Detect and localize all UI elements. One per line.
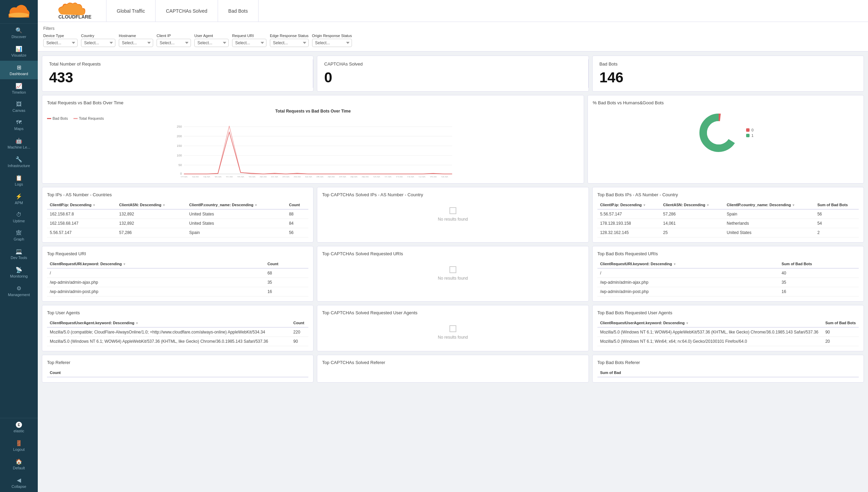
sidebar-item-canvas[interactable]: 🖼 Canvas [0,98,38,116]
filter-request-uri-select[interactable]: Select... [232,39,266,47]
sidebar-item-uptime[interactable]: ⏱ Uptime [0,208,38,226]
donut-legend: 0 1 [746,128,754,138]
top-ips-col-ip: ClientIP.ip: Descending ▼ [47,201,116,209]
top-referer-row: Top Referer Count Top CAPTCHAs Solved Re… [42,355,864,383]
table-cell: Mozilla/5.0 (Windows NT 6.1; WOW64) Appl… [597,327,823,337]
sidebar-item-discover[interactable]: 🔍 Discover [0,24,38,42]
tab-global-traffic[interactable]: Global Traffic [106,0,156,22]
table-cell: 132,892 [116,219,186,228]
filter-client-ip-select[interactable]: Select... [157,39,191,47]
top-bad-uris-col-uri: ClientRequestURI.keyword: Descending ▼ [597,260,779,268]
sidebar-item-monitoring[interactable]: 📡 Monitoring [0,263,38,282]
svg-text:03:00: 03:00 [294,176,301,177]
svg-text:04:00: 04:00 [305,176,312,177]
svg-text:17:00: 17:00 [181,176,188,177]
sidebar: CLOUDFLARE 🔍 Discover 📊 Visualize ⊞ Dash… [0,0,38,492]
svg-text:250: 250 [177,125,182,128]
table-row: Mozilla/5.0 (Windows NT 6.1; WOW64) Appl… [597,327,859,337]
top-bad-uris-title: Top Bad Bots Requested URIs [597,251,859,256]
table-cell: 16 [779,287,859,296]
sidebar-item-dashboard[interactable]: ⊞ Dashboard [0,61,38,79]
svg-text:50: 50 [179,163,182,167]
svg-text:150: 150 [177,144,182,148]
filter-hostname-select[interactable]: Select... [119,39,153,47]
top-agents-col-count: Count [290,319,308,327]
filters-label: Filters [43,26,863,31]
svg-text:02:00: 02:00 [283,176,290,177]
top-bad-referer-col-count: Sum of Bad [597,368,859,377]
table-cell: 220 [290,327,308,337]
table-row: /40 [597,268,859,278]
top-bad-agents-col-count: Sum of Bad Bots [823,319,859,327]
tab-bad-bots[interactable]: Bad Bots [218,0,259,22]
sidebar-item-maps[interactable]: 🗺 Maps [0,116,38,134]
table-cell: 128.32.162.145 [597,228,661,237]
filter-device-type-label: Device Type [43,34,78,38]
sidebar-item-default[interactable]: 🏠 Default [0,455,38,473]
table-row: 162.158.68.147132,892United States84 [47,219,308,228]
table-row: 128.32.162.14525United States2 [597,228,859,237]
chart-card-donut: % Bad Bots vs Humans&Good Bots [587,95,864,184]
filter-device-type-select[interactable]: Select... [43,39,78,47]
svg-text:05:00: 05:00 [317,176,324,177]
top-captcha-ips-card: Top CAPTCHAs Solved IPs - AS Number - Co… [317,187,589,243]
top-ips-card: Top IPs - AS Number - Countries ClientIP… [42,187,313,243]
bad-bot-ips-col-ip: ClientIP.ip: Descending ▼ [597,201,661,209]
stat-value-total-requests: 433 [49,69,306,86]
sidebar-item-logs[interactable]: 📋 Logs [0,171,38,190]
top-bad-bot-ips-title: Top Bad Bots IPs - AS Number - Country [597,192,859,197]
sidebar-item-machine-learning[interactable]: 🤖 Machine Le... [0,134,38,153]
main-content: CLOUDFLARE Global Traffic CAPTCHAs Solve… [38,0,868,492]
sidebar-item-elastic[interactable]: E elastic [0,418,38,436]
legend-dot-1 [746,134,750,137]
sidebar-item-infrastructure[interactable]: 🔧 Infrastructure [0,153,38,171]
top-captcha-ips-title: Top CAPTCHAs Solved IPs - AS Number - Co… [322,192,583,197]
top-bad-referer-title: Top Bad Bots Referer [597,360,859,365]
chart-row: Total Requests vs Bad Bots Over Time Tot… [42,95,864,184]
table-cell: 25 [660,228,724,237]
sidebar-logo: CLOUDFLARE [0,0,38,24]
filter-user-agent-label: User Agent [194,34,229,38]
devtools-icon: 💻 [15,248,22,255]
sidebar-item-timelion[interactable]: 📈 Timelion [0,79,38,98]
legend-item-0: 0 [746,128,754,132]
filter-edge-response-select[interactable]: Select... [270,39,309,47]
table-row: /wp-admin/admin-post.php16 [47,287,308,296]
table-row: 5.56.57.14757,286Spain56 [47,228,308,237]
sidebar-item-logout[interactable]: 🚪 Logout [0,436,38,455]
sidebar-item-visualize[interactable]: 📊 Visualize [0,42,38,61]
svg-text:18:00: 18:00 [192,176,199,177]
sidebar-item-devtools[interactable]: 💻 Dev Tools [0,245,38,263]
top-bad-bot-ips-card: Top Bad Bots IPs - AS Number - Country C… [592,187,864,243]
svg-text:200: 200 [177,134,182,138]
visualize-icon: 📊 [15,46,22,52]
svg-text:00:00: 00:00 [260,176,267,177]
sidebar-item-graph[interactable]: 🕸 Graph [0,226,38,245]
filter-country-select[interactable]: Select... [81,39,115,47]
sidebar-item-collapse[interactable]: ◀ Collapse [0,473,38,492]
top-referer-table: Count [47,368,308,377]
legend-bad-bots: Bad Bots [47,116,68,120]
sidebar-item-management[interactable]: ⚙ Management [0,282,38,300]
table-cell: 5.56.57.147 [597,209,661,219]
timeline-svg-chart: 250 200 150 100 50 0 [47,122,579,177]
stat-value-bad-bots: 146 [599,69,857,86]
top-captcha-uris-title: Top CAPTCHAs Solved Requested URIs [322,251,583,256]
filter-user-agent-select[interactable]: Select... [194,39,229,47]
tab-captchas-solved[interactable]: CAPTCHAs Solved [156,0,218,22]
top-ips-col-count: Count [286,201,309,209]
table-cell: 40 [779,268,859,278]
top-agents-title: Top User Agents [47,310,308,315]
table-cell: /wp-admin/admin-post.php [47,287,265,296]
svg-text:100: 100 [177,154,182,157]
table-row: Mozilla/5.0 (compatible; CloudFlare-Alwa… [47,327,308,337]
top-bad-uris-col-count: Sum of Bad Bots [779,260,859,268]
sidebar-item-apm[interactable]: ⚡ APM [0,190,38,208]
top-uris-col-uri: ClientRequestURI.keyword: Descending ▼ [47,260,265,268]
apm-icon: ⚡ [15,193,22,200]
svg-text:21:00: 21:00 [226,176,233,177]
filter-origin-response-select[interactable]: Select... [312,39,352,47]
top-agents-row: Top User Agents ClientRequestUserAgent.k… [42,305,864,351]
svg-text:11:00: 11:00 [385,176,392,177]
filter-hostname-label: Hostname [119,34,153,38]
